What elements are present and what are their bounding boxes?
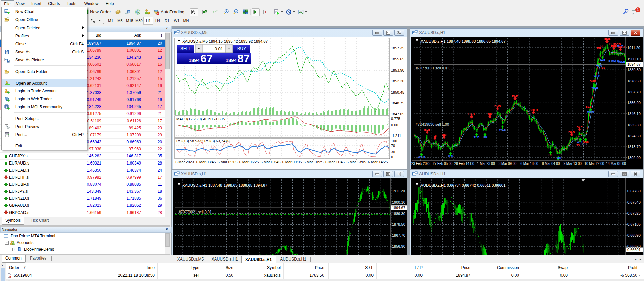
- minimize-button[interactable]: [608, 30, 618, 36]
- menu-item-save-as-picture-[interactable]: Save As Picture...: [2, 56, 87, 64]
- cursor-modes-button[interactable]: [89, 17, 97, 25]
- timeframe-m15[interactable]: M15: [125, 17, 134, 24]
- mw-row[interactable]: EURCAD.s1.463501.4637424: [0, 167, 165, 174]
- line-chart-icon-button[interactable]: [211, 8, 219, 16]
- mw-row[interactable]: GBPAUD.s1.820231.8205229: [0, 202, 165, 209]
- expert-advisors-icon-button[interactable]: [144, 8, 151, 16]
- tab-favorites[interactable]: Favorites: [27, 255, 50, 262]
- chart-window-titlebar[interactable]: AUDUSD.s,H1: [410, 170, 643, 178]
- timeframe-mn[interactable]: MN: [181, 17, 191, 24]
- terminal-col-commission[interactable]: Commission: [465, 264, 519, 271]
- mw-row[interactable]: EURAUD.s1.603211.6034928: [0, 160, 165, 167]
- mw-scrollbar-thumb[interactable]: [165, 33, 170, 69]
- menu-insert[interactable]: Insert: [28, 0, 44, 7]
- tabs-scroll-left-icon[interactable]: ◂: [635, 257, 636, 261]
- mw-row[interactable]: EURJPY.s143.349143.36718: [0, 188, 165, 195]
- dropdown-arrow-icon[interactable]: [293, 11, 295, 12]
- mw-scrollbar[interactable]: [165, 32, 170, 217]
- menu-item-exit[interactable]: Exit: [2, 142, 87, 150]
- window-tab-3[interactable]: XAUUSD.s,H1: [241, 256, 276, 263]
- mw-row[interactable]: CHFJPY.s146.282146.31735: [0, 153, 165, 160]
- menu-charts[interactable]: Charts: [45, 0, 63, 7]
- menu-item-login-to-web-trader[interactable]: Login to Web Trader: [2, 95, 87, 103]
- chart-canvas-2[interactable]: 1911.201900.101889.301878.501867.701856.…: [411, 37, 643, 169]
- timeframe-m5[interactable]: M5: [115, 17, 125, 24]
- terminal-col-tp[interactable]: T / P: [369, 264, 423, 271]
- dropdown-arrow-icon[interactable]: [99, 20, 101, 21]
- menu-file[interactable]: File: [1, 0, 14, 7]
- menu-tools[interactable]: Tools: [63, 0, 80, 7]
- timeframe-m30[interactable]: M30: [134, 17, 144, 24]
- menu-item-print-preview[interactable]: Print Preview: [2, 123, 87, 131]
- search-button[interactable]: [623, 9, 629, 15]
- timeframe-h4[interactable]: H4: [153, 17, 162, 24]
- tab-common[interactable]: Common: [2, 255, 26, 263]
- autotrading-label[interactable]: AutoTrading: [161, 9, 184, 15]
- close-button[interactable]: [631, 30, 640, 36]
- terminal-col-order[interactable]: Order: [9, 264, 43, 271]
- menu-item-print-[interactable]: Print...Ctrl+P: [2, 131, 87, 139]
- mw-row[interactable]: GBPCAD.s1.661591.6618728: [0, 209, 165, 216]
- maximize-button[interactable]: [620, 30, 629, 36]
- close-order-icon[interactable]: ×: [638, 272, 640, 279]
- nav-item-dooprime-demo[interactable]: +DooPrime-Demo: [0, 246, 161, 253]
- nav-scrollbar[interactable]: [165, 233, 170, 254]
- maximize-button[interactable]: [383, 171, 393, 177]
- timeframe-d1[interactable]: D1: [162, 17, 172, 24]
- candle-chart-icon-button[interactable]: [201, 8, 208, 16]
- window-tab-4[interactable]: AUDUSD.s,H1: [278, 256, 309, 263]
- menu-help[interactable]: Help: [103, 0, 116, 7]
- strategy-tester-icon-button[interactable]: [134, 8, 141, 16]
- menu-window[interactable]: Window: [80, 0, 102, 7]
- mw-col-spread[interactable]: !: [143, 32, 162, 39]
- indicators-icon-button[interactable]: [273, 8, 280, 16]
- menu-item-open-an-account[interactable]: Open an Account: [2, 79, 87, 87]
- zoom-in-icon-button[interactable]: [222, 8, 230, 16]
- tab-tick-chart[interactable]: Tick Chart: [27, 217, 52, 224]
- collapse-box-icon[interactable]: −: [5, 241, 9, 245]
- mw-col-ask[interactable]: Ask: [103, 32, 141, 39]
- market-watch-icon-button[interactable]: [114, 8, 122, 16]
- window-tab-1[interactable]: XAUUSD.s,M5: [175, 256, 206, 263]
- minimize-button[interactable]: [372, 30, 382, 36]
- window-tab-2[interactable]: XAUUSD.s,H1: [209, 256, 240, 263]
- menu-item-print-setup-[interactable]: Print Setup...: [2, 114, 87, 123]
- terminal-col-size[interactable]: Size: [180, 264, 233, 271]
- menu-view[interactable]: View: [13, 0, 28, 7]
- dropdown-arrow-icon[interactable]: [281, 11, 283, 12]
- chart-canvas-1[interactable]: 1857.351855.651853.901852.201850.451848.…: [173, 37, 407, 169]
- menu-item-profiles[interactable]: Profiles: [2, 32, 87, 40]
- menu-item-open-deleted[interactable]: Open Deleted: [2, 24, 87, 32]
- terminal-row[interactable]: 704198302022.12.13 16:00:00sell1.00xauus…: [6, 279, 644, 281]
- autotrading-icon-button[interactable]: [153, 8, 160, 16]
- expand-box-icon[interactable]: +: [12, 248, 16, 251]
- terminal-col-profit[interactable]: Profit: [584, 264, 637, 271]
- maximize-button[interactable]: [620, 171, 629, 177]
- nav-scrollbar-thumb[interactable]: [165, 233, 170, 247]
- menu-item-save-as[interactable]: Save AsCtrl+S: [2, 48, 87, 56]
- terminal-col-price[interactable]: Price: [270, 264, 324, 271]
- navigator-close-icon[interactable]: ×: [165, 227, 169, 231]
- menu-item-open-offline[interactable]: Open Offline: [2, 16, 87, 24]
- chart-shift-icon-button[interactable]: [262, 8, 269, 16]
- zoom-out-icon-button[interactable]: [232, 8, 239, 16]
- menu-item-login-to-trade-account[interactable]: Login to Trade Account: [2, 87, 87, 95]
- tabs-scroll-right-icon[interactable]: ▸: [640, 257, 641, 261]
- nav-item-accounts[interactable]: −Accounts: [0, 239, 161, 246]
- tab-symbols[interactable]: Symbols: [2, 217, 24, 225]
- menu-item-new-chart[interactable]: New Chart: [2, 8, 87, 16]
- chart-window-titlebar[interactable]: XAUUSD.s,M5: [172, 29, 407, 37]
- market-watch-close-icon[interactable]: ×: [165, 27, 169, 30]
- close-button[interactable]: [631, 171, 640, 177]
- menu-item-login-to-mql5-community[interactable]: SLogin to MQL5.community: [2, 103, 87, 111]
- tile-windows-icon-button[interactable]: [242, 8, 249, 16]
- menu-item-close[interactable]: CloseCtrl+F4: [2, 40, 87, 48]
- nav-item-doo-prime-mt4-terminal[interactable]: Doo Prime MT4 Terminal: [0, 233, 161, 239]
- close-button[interactable]: [394, 171, 404, 177]
- minimize-button[interactable]: [608, 171, 618, 177]
- chart-window-titlebar[interactable]: XAUUSD.s,H1: [172, 170, 407, 178]
- menu-item-open-data-folder[interactable]: Open Data Folder: [2, 67, 87, 76]
- terminal-col-swap[interactable]: Swap: [514, 264, 568, 271]
- terminal-close-icon[interactable]: ×: [1, 264, 3, 267]
- mw-row[interactable]: EURCHF.s0.979820.9799917: [0, 174, 165, 181]
